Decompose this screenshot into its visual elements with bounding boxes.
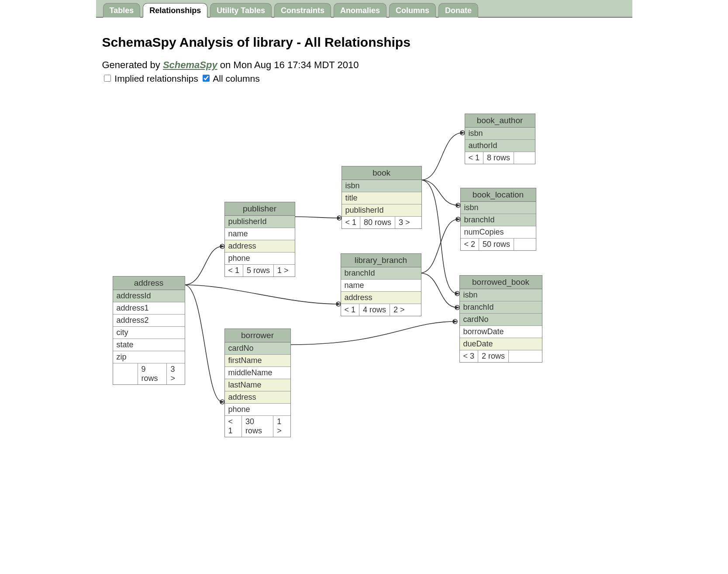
col: title xyxy=(342,192,421,204)
table-foot: < 1 4 rows 2 > xyxy=(341,304,421,316)
col: isbn xyxy=(461,202,536,214)
table-address[interactable]: address addressId address1 address2 city… xyxy=(113,276,185,385)
svg-point-7 xyxy=(456,217,460,221)
table-borrowed-book[interactable]: borrowed_book isbn branchId cardNo borro… xyxy=(459,275,542,363)
col: middleName xyxy=(225,367,290,379)
table-book-location[interactable]: book_location isbn branchId numCopies < … xyxy=(460,188,536,251)
table-foot: < 3 2 rows xyxy=(460,350,542,362)
col: address xyxy=(341,292,421,304)
col: publisherId xyxy=(225,216,295,228)
table-title: borrowed_book xyxy=(460,276,542,289)
col: isbn xyxy=(460,289,542,301)
col: state xyxy=(113,339,185,351)
col: zip xyxy=(113,351,185,363)
table-title: library_branch xyxy=(341,254,421,267)
svg-point-3 xyxy=(337,216,342,220)
table-library-branch[interactable]: library_branch branchId name address < 1… xyxy=(341,253,421,316)
generated-suffix: on Mon Aug 16 17:34 MDT 2010 xyxy=(217,59,359,70)
svg-point-4 xyxy=(460,131,465,135)
col: phone xyxy=(225,404,290,416)
svg-point-5 xyxy=(456,203,460,207)
tab-columns[interactable]: Columns xyxy=(389,3,436,17)
options-row: Implied relationships All columns xyxy=(102,73,626,84)
generated-prefix: Generated by xyxy=(102,59,163,70)
tab-donate[interactable]: Donate xyxy=(438,3,478,17)
col: branchId xyxy=(460,301,542,314)
tab-anomalies[interactable]: Anomalies xyxy=(334,3,386,17)
table-title: borrower xyxy=(225,329,290,342)
table-foot: 9 rows 3 > xyxy=(113,363,185,384)
col: address1 xyxy=(113,302,185,315)
col: name xyxy=(225,228,295,240)
col: city xyxy=(113,327,185,339)
col: name xyxy=(341,280,421,292)
table-title: book_location xyxy=(461,188,536,202)
col: address xyxy=(225,391,290,404)
table-foot: < 1 30 rows 1 > xyxy=(225,416,290,437)
table-title: book xyxy=(342,166,421,180)
col: numCopies xyxy=(461,226,536,239)
allcolumns-checkbox[interactable] xyxy=(203,75,210,82)
svg-point-2 xyxy=(220,400,224,404)
schemaspy-link[interactable]: SchemaSpy xyxy=(163,59,217,70)
tab-constraints[interactable]: Constraints xyxy=(274,3,331,17)
col: isbn xyxy=(342,180,421,192)
table-foot: < 2 50 rows xyxy=(461,239,536,250)
svg-point-6 xyxy=(455,291,459,296)
table-foot: < 1 80 rows 3 > xyxy=(342,217,421,228)
svg-point-9 xyxy=(453,319,457,324)
tab-relationships[interactable]: Relationships xyxy=(143,3,207,17)
allcolumns-label: All columns xyxy=(213,73,259,83)
tab-utility[interactable]: Utility Tables xyxy=(210,3,272,17)
table-foot: < 1 5 rows 1 > xyxy=(225,265,295,277)
table-borrower[interactable]: borrower cardNo firstName middleName las… xyxy=(224,328,291,437)
table-book[interactable]: book isbn title publisherId < 1 80 rows … xyxy=(342,166,422,229)
col: cardNo xyxy=(225,342,290,355)
col: borrowDate xyxy=(460,326,542,338)
svg-point-8 xyxy=(455,305,459,310)
diagram-canvas: address addressId address1 address2 city… xyxy=(102,84,638,442)
col: isbn xyxy=(465,128,535,140)
col: addressId xyxy=(113,290,185,302)
col: branchId xyxy=(341,267,421,280)
col: address xyxy=(225,240,295,252)
page-title: SchemaSpy Analysis of library - All Rela… xyxy=(102,35,626,50)
col: lastName xyxy=(225,379,290,391)
col: dueDate xyxy=(460,338,542,350)
table-title: publisher xyxy=(225,202,295,216)
table-publisher[interactable]: publisher publisherId name address phone… xyxy=(224,202,295,277)
generated-line: Generated by SchemaSpy on Mon Aug 16 17:… xyxy=(102,59,626,71)
col: branchId xyxy=(461,214,536,226)
svg-point-1 xyxy=(336,302,341,306)
col: cardNo xyxy=(460,314,542,326)
col: firstName xyxy=(225,355,290,367)
col: address2 xyxy=(113,315,185,327)
implied-checkbox[interactable] xyxy=(104,75,111,82)
table-foot: < 1 8 rows xyxy=(465,152,535,164)
table-book-author[interactable]: book_author isbn authorId < 1 8 rows xyxy=(465,114,535,164)
tab-tables[interactable]: Tables xyxy=(103,3,141,17)
svg-point-0 xyxy=(220,244,224,249)
col: publisherId xyxy=(342,204,421,217)
col: authorId xyxy=(465,140,535,152)
table-title: address xyxy=(113,277,185,290)
col: phone xyxy=(225,252,295,265)
implied-label: Implied relationships xyxy=(114,73,198,83)
table-title: book_author xyxy=(465,114,535,128)
tab-bar: Tables Relationships Utility Tables Cons… xyxy=(96,0,632,17)
